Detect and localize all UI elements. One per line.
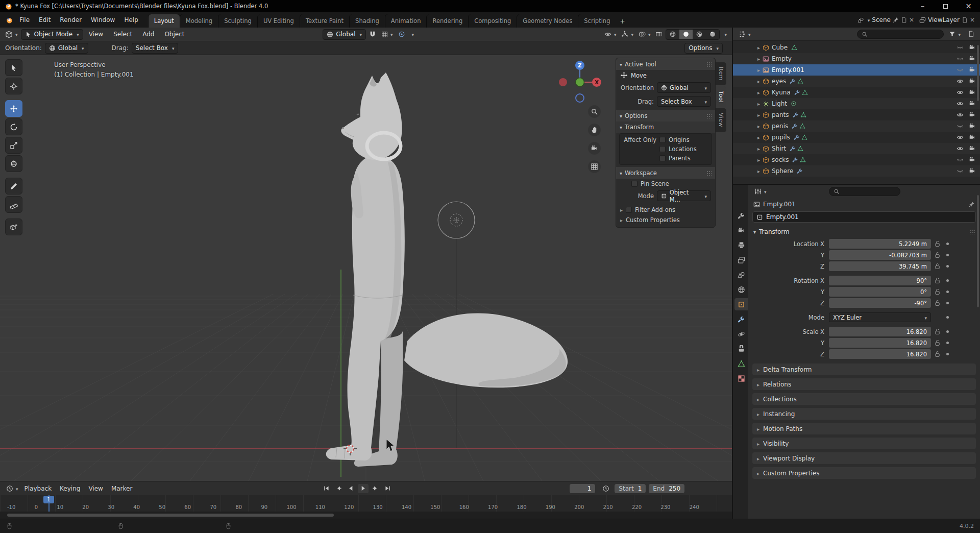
next-keyframe-button[interactable] (370, 484, 381, 493)
workspace-tab-scripting[interactable]: Scripting (578, 14, 616, 28)
workspace-tab-uv-editing[interactable]: UV Editing (257, 14, 300, 28)
rotation-x-field[interactable]: 90° (829, 276, 931, 285)
animate-dot[interactable] (943, 279, 951, 282)
animate-dot[interactable] (943, 302, 951, 304)
lock-icon[interactable] (931, 300, 943, 306)
remove-view-layer-icon[interactable]: × (970, 16, 975, 23)
outliner-filter-button[interactable] (947, 30, 963, 39)
lock-icon[interactable] (931, 340, 943, 346)
expand-arrow-icon[interactable] (757, 100, 760, 107)
outliner-row-empty-001[interactable]: Empty.001 (733, 64, 980, 76)
axis-z-negative[interactable] (576, 94, 584, 102)
tab-tool[interactable] (734, 209, 748, 222)
section-collections[interactable]: Collections (752, 393, 976, 405)
camera-icon[interactable] (969, 78, 976, 85)
empty-object-gizmo[interactable] (438, 202, 475, 238)
new-scene-icon[interactable] (901, 17, 907, 23)
lock-icon[interactable] (931, 240, 943, 247)
animate-dot[interactable] (943, 243, 951, 245)
tab-physics[interactable] (734, 328, 748, 340)
current-frame-field[interactable]: 1 (570, 484, 595, 493)
expand-arrow-icon[interactable] (757, 66, 760, 74)
properties-search-input[interactable] (829, 187, 900, 196)
animate-dot[interactable] (943, 265, 951, 268)
menu-select[interactable]: Select (109, 29, 137, 40)
custom-properties-header[interactable]: Custom Properties (616, 215, 715, 225)
rotate-tool[interactable] (5, 118, 22, 135)
transform-subpanel-header[interactable]: Transform (616, 122, 715, 133)
eye-icon[interactable] (957, 78, 964, 85)
section-delta-transform[interactable]: Delta Transform (752, 364, 976, 375)
move-tool[interactable] (5, 100, 22, 117)
animate-dot[interactable] (943, 330, 951, 333)
workspace-tab-layout[interactable]: Layout (148, 14, 180, 28)
sidebar-tab-view[interactable]: View (716, 108, 726, 132)
camera-icon[interactable] (969, 167, 976, 175)
scene-name[interactable]: Scene (872, 16, 891, 23)
active-tool-panel-header[interactable]: Active Tool (616, 58, 715, 70)
menu-view[interactable]: View (84, 29, 108, 40)
frame-end-field[interactable]: End 250 (649, 484, 684, 493)
tab-object[interactable] (734, 298, 748, 310)
tab-modifiers[interactable] (734, 313, 748, 325)
outliner-row-eyes[interactable]: eyes (733, 76, 980, 87)
view-layer-name[interactable]: ViewLayer (928, 16, 960, 23)
pin-icon[interactable] (893, 17, 899, 23)
eye-icon[interactable] (957, 111, 964, 118)
menu-edit[interactable]: Edit (34, 14, 55, 26)
locations-checkbox[interactable] (659, 146, 666, 152)
shading-solid-button[interactable] (679, 30, 693, 39)
eye-closed-icon[interactable] (957, 44, 964, 51)
fox-model[interactable] (326, 72, 568, 467)
select-box-tool[interactable] (5, 59, 22, 76)
mode-dropdown[interactable]: Object Mode (21, 29, 83, 40)
location-z-field[interactable]: 39.745 m (829, 261, 931, 271)
object-name-field[interactable]: Empty.001 (752, 211, 976, 223)
outliner-search-input[interactable] (857, 30, 944, 39)
expand-arrow-icon[interactable] (757, 145, 760, 152)
camera-icon[interactable] (969, 145, 976, 152)
expand-arrow-icon[interactable] (757, 134, 760, 141)
editor-type-button[interactable] (3, 30, 20, 39)
menu-marker[interactable]: Marker (107, 483, 136, 494)
menu-render[interactable]: Render (55, 14, 86, 26)
tool-orientation-dropdown[interactable]: Global (657, 82, 711, 93)
timeline-ruler[interactable]: -100102030405060708090100110120130140150… (0, 495, 732, 512)
rotation-z-field[interactable]: -90° (829, 298, 931, 308)
section-custom-properties[interactable]: Custom Properties (752, 467, 976, 479)
outliner-row-socks[interactable]: socks (733, 154, 980, 165)
animate-dot[interactable] (943, 353, 951, 355)
add-cube-tool[interactable] (5, 219, 22, 235)
section-instancing[interactable]: Instancing (752, 408, 976, 420)
unlink-scene-icon[interactable]: × (909, 16, 914, 23)
menu-help[interactable]: Help (119, 14, 142, 26)
options-dropdown[interactable]: Options (684, 43, 723, 54)
properties-editor-type-button[interactable] (752, 187, 769, 196)
lock-icon[interactable] (931, 351, 943, 357)
transform-tool[interactable] (5, 155, 22, 172)
view-layer-selector[interactable]: ViewLayer × (919, 16, 975, 23)
tab-object-data[interactable] (734, 357, 748, 370)
xray-toggle[interactable] (653, 30, 665, 39)
parents-checkbox[interactable] (659, 155, 666, 161)
play-button[interactable] (358, 484, 369, 493)
camera-icon[interactable] (969, 100, 976, 107)
properties-scrollbar[interactable] (977, 195, 979, 307)
menu-window[interactable]: Window (86, 14, 119, 26)
animate-dot[interactable] (943, 254, 951, 256)
scale-tool[interactable] (5, 137, 22, 154)
workspace-tab-shading[interactable]: Shading (349, 14, 385, 28)
new-view-layer-icon[interactable] (962, 17, 968, 23)
maximize-button[interactable] (934, 0, 957, 12)
lock-icon[interactable] (931, 288, 943, 295)
orientation-dropdown[interactable]: Global (45, 43, 88, 54)
menu-add[interactable]: Add (138, 29, 159, 40)
outliner-row-penis[interactable]: penis (733, 120, 980, 132)
eye-icon[interactable] (957, 134, 964, 141)
expand-arrow-icon[interactable] (757, 123, 760, 130)
jump-to-start-button[interactable] (321, 484, 332, 493)
tab-scene[interactable] (734, 269, 748, 281)
eye-closed-icon[interactable] (957, 167, 964, 175)
eye-closed-icon[interactable] (957, 66, 964, 74)
section-motion-paths[interactable]: Motion Paths (752, 423, 976, 434)
